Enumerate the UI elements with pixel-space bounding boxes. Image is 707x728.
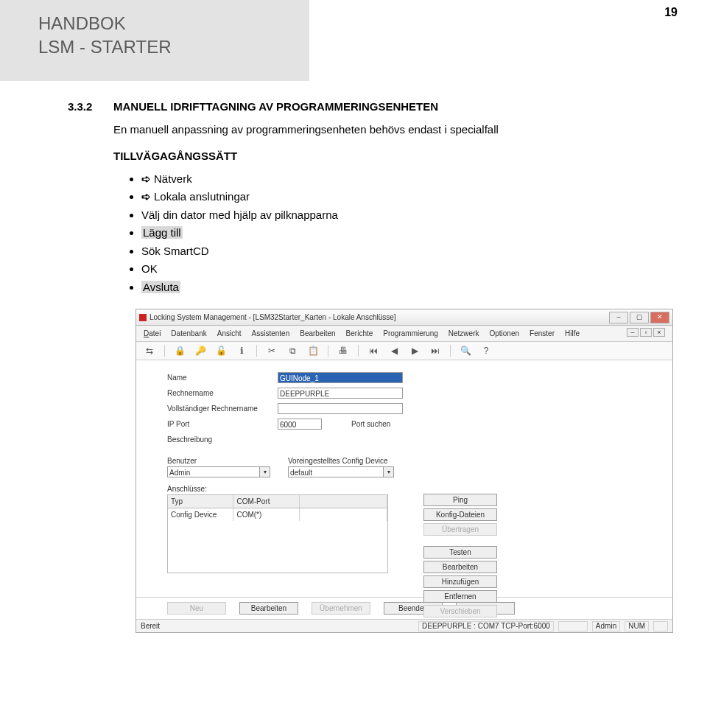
step-text: Sök SmartCD: [141, 245, 209, 257]
first-icon[interactable]: ⏮: [367, 345, 379, 357]
chevron-down-icon[interactable]: ▾: [260, 466, 270, 477]
menu-programmierung[interactable]: Programmierung: [383, 328, 437, 339]
menu-bearbeiten[interactable]: Bearbeiten: [300, 328, 335, 339]
help-icon[interactable]: ?: [480, 345, 492, 357]
menu-fenster[interactable]: Fenster: [530, 328, 555, 339]
cut-icon[interactable]: ✂: [266, 345, 278, 357]
uebertragen-button[interactable]: Übertragen: [423, 523, 497, 536]
minimize-button[interactable]: –: [609, 312, 628, 323]
table-body[interactable]: Config Device COM(*): [167, 508, 388, 573]
menu-assistenten[interactable]: Assistenten: [252, 328, 290, 339]
step-text: Välj din dator med hjälp av pilknapparna: [141, 209, 338, 221]
next-icon[interactable]: ▶: [409, 345, 421, 357]
step-text: Lägg till: [141, 226, 183, 239]
ping-button[interactable]: Ping: [423, 494, 497, 506]
menu-netzwerk[interactable]: Netzwerk: [449, 328, 479, 339]
list-item: Välj din dator med hjälp av pilknapparna: [141, 207, 669, 224]
ipport-field[interactable]: 6000: [278, 419, 322, 430]
page-number: 19: [664, 6, 678, 19]
config-label: Voreingestelltes Config Device: [288, 455, 413, 466]
step-text: OK: [141, 262, 158, 275]
prev-icon[interactable]: ◀: [388, 345, 400, 357]
status-connection: DEEPPURPLE : COM7 TCP-Port:6000: [418, 621, 554, 631]
rechnername-label: Rechnername: [167, 388, 278, 399]
toolbar-icon[interactable]: ⇆: [144, 345, 155, 357]
maximize-button[interactable]: ▢: [630, 312, 649, 323]
konfig-button[interactable]: Konfig-Dateien: [423, 508, 497, 521]
bearbeiten-bottom-button[interactable]: Bearbeiten: [239, 602, 298, 615]
list-item: ➪Lokala anslutningar: [141, 189, 669, 206]
side-buttons: Ping Konfig-Dateien Übertragen Testen Be…: [423, 494, 497, 617]
uebernehmen-button[interactable]: Übernehmen: [312, 602, 370, 615]
vollname-label: Vollständiger Rechnername: [167, 403, 278, 414]
benutzer-combo[interactable]: Admin: [167, 466, 260, 477]
window-titlebar: Locking System Management - [LSM32Starte…: [136, 309, 672, 326]
name-field[interactable]: GUINode_1: [278, 372, 403, 383]
menu-bar: DDateiatei Datenbank Ansicht Assistenten…: [136, 326, 672, 342]
col-comport[interactable]: COM-Port: [233, 495, 299, 508]
col-blank[interactable]: [300, 495, 387, 508]
bearbeiten-button[interactable]: Bearbeiten: [423, 561, 497, 573]
section-paragraph: En manuell anpassning av programmeringse…: [113, 122, 669, 139]
menu-datenbank[interactable]: Datenbank: [171, 328, 206, 339]
status-bereit: Bereit: [141, 620, 160, 631]
config-combo[interactable]: default: [288, 466, 384, 477]
paste-icon[interactable]: 📋: [307, 345, 319, 357]
app-icon: [139, 314, 147, 321]
benutzer-label: Benutzer: [167, 455, 270, 466]
menu-optionen[interactable]: Optionen: [489, 328, 519, 339]
header-title-line2: LSM - STARTER: [38, 35, 309, 59]
list-item: Sök SmartCD: [141, 243, 669, 260]
testen-button[interactable]: Testen: [423, 546, 497, 559]
menu-hilfe[interactable]: Hilfe: [565, 328, 580, 339]
step-text: Nätverk: [154, 172, 192, 185]
mdi-restore-button[interactable]: ▫: [640, 328, 652, 337]
print-icon[interactable]: 🖶: [337, 345, 349, 357]
cell-port: COM(*): [233, 508, 299, 521]
key-add-icon[interactable]: 🔑: [194, 345, 206, 357]
list-item: Avsluta: [141, 279, 669, 296]
entfernen-button[interactable]: Entfernen: [423, 590, 497, 603]
table-header: Typ COM-Port: [167, 494, 388, 508]
lock-question-icon[interactable]: 🔓: [215, 345, 227, 357]
section-title: MANUELL IDRIFTTAGNING AV PROGRAMMERINGSE…: [113, 99, 438, 116]
table-row[interactable]: Config Device COM(*): [168, 508, 387, 521]
app-window: Locking System Management - [LSM32Starte…: [136, 309, 673, 633]
info-icon[interactable]: ℹ: [236, 345, 247, 357]
beschreibung-label: Beschreibung: [167, 434, 278, 445]
status-user: Admin: [592, 621, 620, 631]
col-typ[interactable]: Typ: [168, 495, 233, 508]
port-suchen-label: Port suchen: [351, 419, 390, 430]
name-label: Name: [167, 372, 278, 383]
lock-add-icon[interactable]: 🔒: [174, 345, 186, 357]
status-num: NUM: [625, 621, 649, 631]
hinzufugen-button[interactable]: Hinzufügen: [423, 575, 497, 588]
form-area: Name GUINode_1 Rechnername DEEPPURPLE Vo…: [136, 360, 672, 451]
status-bar: Bereit DEEPPURPLE : COM7 TCP-Port:6000 A…: [136, 619, 672, 632]
list-item: OK: [141, 261, 669, 278]
chevron-down-icon[interactable]: ▾: [384, 466, 394, 477]
ipport-label: IP Port: [167, 419, 278, 430]
search-icon[interactable]: 🔍: [460, 345, 471, 357]
header-band: HANDBOK LSM - STARTER: [0, 0, 309, 81]
neu-button[interactable]: Neu: [167, 602, 226, 615]
bottom-button-bar: Neu Bearbeiten Übernehmen Beenden Hilfe: [136, 597, 672, 619]
menu-ansicht[interactable]: Ansicht: [217, 328, 242, 339]
list-item: Lägg till: [141, 225, 669, 242]
toolbar: ⇆ 🔒 🔑 🔓 ℹ ✂ ⧉ 📋 🖶 ⏮ ◀ ▶ ⏭ 🔍 ?: [136, 342, 672, 360]
last-icon[interactable]: ⏭: [429, 345, 441, 357]
anschlusse-label: Anschlüsse:: [167, 483, 659, 494]
verschieben-button[interactable]: Verschieben: [423, 605, 497, 617]
menu-berichte[interactable]: Berichte: [346, 328, 373, 339]
close-button[interactable]: ✕: [650, 312, 669, 323]
mdi-minimize-button[interactable]: –: [627, 328, 639, 337]
header-title-line1: HANDBOK: [38, 12, 309, 35]
procedure-list: ➪Nätverk ➪Lokala anslutningar Välj din d…: [141, 171, 669, 296]
vollname-field[interactable]: [278, 403, 403, 414]
rechnername-field[interactable]: DEEPPURPLE: [278, 388, 403, 399]
copy-icon[interactable]: ⧉: [286, 345, 298, 357]
mdi-close-button[interactable]: ×: [653, 328, 665, 337]
window-title-text: Locking System Management - [LSM32Starte…: [150, 312, 396, 323]
arrow-icon: ➪: [141, 172, 151, 185]
menu-datei[interactable]: DDateiatei: [144, 328, 161, 339]
